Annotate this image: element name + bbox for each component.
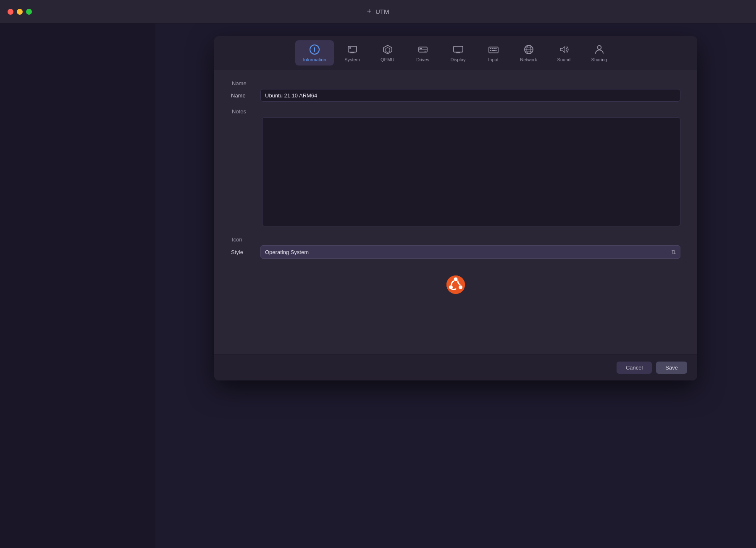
titlebar-center: + UTM [367, 7, 389, 16]
name-section-header: Name [231, 80, 680, 87]
icon-section-header: Icon [231, 236, 680, 243]
settings-dialog: i Information System [214, 36, 697, 380]
network-icon [523, 44, 535, 55]
tab-network-label: Network [520, 57, 537, 62]
svg-point-32 [449, 286, 453, 289]
tab-information[interactable]: i Information [295, 40, 333, 66]
tab-sharing-label: Sharing [591, 57, 607, 62]
tab-display-label: Display [450, 57, 465, 62]
svg-rect-10 [454, 46, 463, 52]
style-label: Style [231, 249, 260, 255]
add-button[interactable]: + [367, 7, 371, 16]
tab-system-label: System [344, 57, 360, 62]
name-input[interactable] [260, 89, 680, 102]
svg-rect-15 [492, 48, 494, 49]
maximize-button[interactable] [26, 9, 32, 15]
style-select-wrapper: Operating System Custom ⇅ [260, 245, 680, 259]
tab-sharing[interactable]: Sharing [583, 40, 616, 66]
svg-rect-2 [348, 46, 357, 52]
notes-area: Notes [231, 108, 680, 226]
titlebar: + UTM [0, 0, 756, 24]
svg-text:i: i [314, 46, 315, 53]
tab-drives-label: Drives [416, 57, 429, 62]
notes-header: Notes [231, 108, 680, 115]
sharing-icon [593, 44, 605, 55]
svg-rect-18 [490, 50, 491, 51]
svg-rect-19 [492, 50, 496, 51]
qemu-icon [382, 44, 394, 55]
main-area: i Information System [0, 24, 756, 548]
information-icon: i [309, 44, 320, 55]
tab-display[interactable]: Display [441, 40, 475, 66]
style-select[interactable]: Operating System Custom [260, 245, 680, 259]
sidebar [0, 24, 155, 548]
name-row: Name [231, 89, 680, 102]
tab-sound[interactable]: Sound [547, 40, 581, 66]
svg-rect-3 [350, 52, 354, 53]
tab-qemu-label: QEMU [381, 57, 394, 62]
dialog-footer: Cancel Save [214, 354, 697, 380]
tab-drives[interactable]: Drives [406, 40, 440, 66]
minimize-button[interactable] [17, 9, 23, 15]
cancel-button[interactable]: Cancel [617, 362, 652, 374]
svg-point-8 [424, 51, 425, 52]
svg-rect-20 [496, 50, 497, 51]
tab-information-label: Information [303, 57, 326, 62]
app-title: UTM [375, 8, 389, 15]
style-row: Style Operating System Custom ⇅ [231, 245, 680, 259]
svg-marker-26 [560, 47, 565, 52]
tab-input-label: Input [488, 57, 498, 62]
input-icon [488, 44, 499, 55]
svg-rect-9 [420, 48, 422, 49]
tab-sound-label: Sound [557, 57, 571, 62]
traffic-lights [8, 9, 32, 15]
dialog-wrapper: i Information System [155, 24, 756, 548]
system-icon [346, 44, 358, 55]
svg-rect-17 [496, 48, 497, 49]
svg-point-31 [459, 286, 462, 289]
save-button[interactable]: Save [656, 362, 687, 374]
drives-icon [417, 44, 429, 55]
sound-icon [558, 44, 570, 55]
svg-point-30 [454, 278, 458, 281]
ubuntu-logo-icon [446, 275, 465, 294]
ubuntu-icon-preview [231, 267, 680, 302]
display-icon [452, 44, 464, 55]
content-area: Name Name Notes Icon Style [214, 70, 697, 354]
svg-rect-14 [490, 48, 491, 49]
svg-point-27 [597, 46, 601, 50]
close-button[interactable] [8, 9, 13, 15]
notes-textarea[interactable] [262, 117, 680, 226]
tab-input[interactable]: Input [477, 40, 510, 66]
tab-network[interactable]: Network [512, 40, 546, 66]
tab-system[interactable]: System [336, 40, 369, 66]
name-label: Name [231, 92, 260, 99]
svg-rect-16 [494, 48, 496, 49]
tab-qemu[interactable]: QEMU [371, 40, 404, 66]
tab-bar: i Information System [214, 36, 697, 70]
